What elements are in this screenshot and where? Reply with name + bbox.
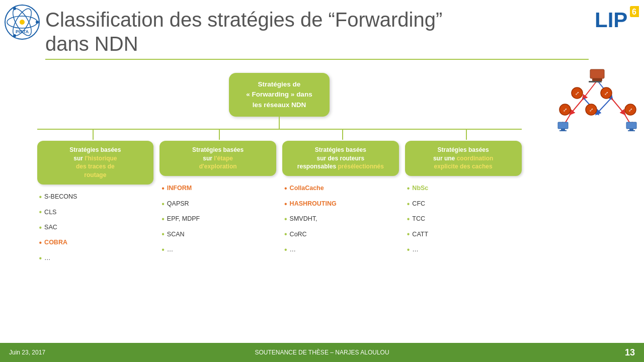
footer-page: 13	[625, 347, 635, 358]
svg-rect-34	[561, 129, 565, 130]
list-item: •CATT	[407, 227, 520, 242]
branch-1: Stratégies baséessur l'historiquedes tra…	[37, 141, 154, 266]
list-item: •QAPSR	[162, 197, 274, 212]
branch-4: Stratégies baséessur une coordinationexp…	[405, 141, 522, 266]
list-item: •SAC	[39, 220, 152, 235]
list-item: •COBRA	[39, 235, 152, 250]
svg-rect-36	[626, 122, 636, 129]
svg-line-14	[571, 98, 584, 113]
svg-text:⤢: ⤢	[563, 107, 567, 113]
network-diagram: ⤢ ⤢ ⤢ ⤢ ⤢	[556, 65, 639, 133]
title-line1: Classification des stratégies de “Forwar…	[45, 8, 589, 32]
slide-title: Classification des stratégies de “Forwar…	[0, 0, 644, 63]
list-item: •NbSc	[407, 181, 520, 196]
svg-line-17	[611, 98, 624, 113]
svg-text:PISTA: PISTA	[16, 29, 29, 34]
branch-3-node: Stratégies baséessur des routeursrespons…	[282, 141, 399, 176]
diagram-area: Stratégies de« Forwarding » dansles rése…	[10, 73, 548, 337]
svg-text:⤢: ⤢	[589, 107, 593, 113]
svg-point-5	[36, 21, 39, 24]
svg-point-4	[20, 20, 25, 25]
branch-3: Stratégies baséessur des routeursrespons…	[282, 141, 399, 266]
svg-point-7	[13, 34, 16, 37]
svg-line-12	[584, 80, 597, 98]
branch-3-list: •CollaCache •HASHROUTING •SMVDHT, •CoRC …	[282, 176, 399, 257]
list-item: •HASHROUTING	[284, 197, 397, 212]
svg-rect-20	[590, 69, 604, 78]
root-node: Stratégies de« Forwarding » dansles rése…	[229, 73, 330, 117]
svg-text:⤢: ⤢	[575, 90, 579, 96]
list-item: •TCC	[407, 212, 520, 227]
svg-text:⤢: ⤢	[604, 90, 608, 96]
svg-point-6	[13, 7, 16, 10]
svg-text:LIP: LIP	[595, 8, 627, 32]
footer: Juin 23, 2017 SOUTENANCE DE THÈSE – NARJ…	[0, 343, 644, 362]
svg-rect-33	[558, 122, 568, 129]
svg-rect-38	[628, 130, 635, 131]
list-item: •CFC	[407, 197, 520, 212]
branch-2-list: •INFORM •QAPSR •EPF, MDPF •SCAN •…	[159, 176, 276, 257]
list-item: •CollaCache	[284, 181, 397, 196]
svg-text:6: 6	[632, 8, 636, 16]
footer-center: SOUTENANCE DE THÈSE – NARJES ALOULOU	[255, 349, 389, 356]
svg-rect-35	[559, 130, 567, 131]
list-item: •CLS	[39, 205, 152, 220]
list-item: •S-BECONS	[39, 190, 152, 205]
list-item: •…	[162, 242, 274, 257]
list-item: •EPF, MDPF	[162, 212, 274, 227]
svg-rect-21	[592, 78, 602, 81]
svg-line-16	[597, 98, 611, 113]
list-item: •…	[284, 242, 397, 257]
branch-1-list: •S-BECONS •CLS •SAC •COBRA •…	[37, 185, 154, 266]
list-item: •SCAN	[162, 227, 274, 242]
title-line2: dans NDN	[45, 32, 589, 56]
branch-1-node: Stratégies baséessur l'historiquedes tra…	[37, 141, 154, 185]
footer-date: Juin 23, 2017	[9, 349, 45, 356]
branch-2-node: Stratégies baséessur l'étaped'exploratio…	[159, 141, 276, 176]
svg-text:⤢: ⤢	[628, 107, 632, 113]
list-item: •CoRC	[284, 227, 397, 242]
logo-right: LIP 6	[594, 4, 639, 32]
list-item: •…	[39, 251, 152, 266]
branch-4-list: •NbSc •CFC •TCC •CATT •…	[405, 176, 522, 257]
list-item: •INFORM	[162, 181, 274, 196]
branch-4-node: Stratégies baséessur une coordinationexp…	[405, 141, 522, 176]
svg-rect-37	[629, 129, 633, 130]
list-item: •…	[407, 242, 520, 257]
branch-2: Stratégies baséessur l'étaped'exploratio…	[159, 141, 276, 266]
svg-rect-22	[589, 81, 602, 82]
list-item: •SMVDHT,	[284, 212, 397, 227]
logo-left: PISTA	[4, 4, 40, 40]
